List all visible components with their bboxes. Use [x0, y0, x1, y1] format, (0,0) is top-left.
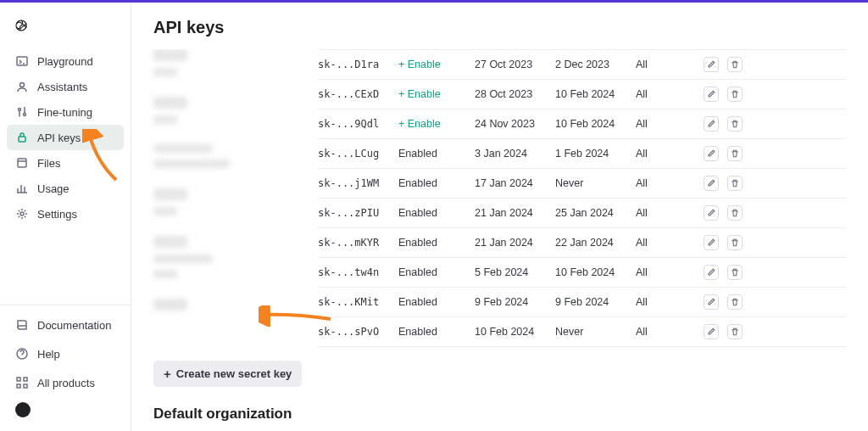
last-used-date: Never: [555, 326, 636, 338]
trash-icon: [730, 208, 740, 218]
sidebar-nav: Playground Assistants Fine-tuning API ke…: [0, 48, 131, 305]
table-row: sk-...zPIUEnabled21 Jan 202425 Jan 2024A…: [318, 199, 846, 228]
edit-button[interactable]: [704, 324, 719, 339]
delete-button[interactable]: [727, 146, 743, 161]
sidebar-item-label: Settings: [37, 208, 77, 221]
edit-button[interactable]: [704, 265, 719, 280]
key-secret: sk-...tw4n: [318, 266, 398, 278]
svg-rect-6: [18, 159, 26, 167]
sidebar-item-all-products[interactable]: All products: [7, 370, 124, 395]
main-content: API keys sk-...D1ra+ Enable27 Oct 20232 …: [131, 0, 868, 431]
trash-icon: [730, 119, 740, 129]
created-date: 21 Jan 2024: [475, 207, 555, 219]
key-secret: sk-...mKYR: [318, 237, 398, 249]
edit-button[interactable]: [704, 57, 719, 72]
delete-button[interactable]: [727, 205, 743, 221]
table-row: sk-...sPvOEnabled10 Feb 2024NeverAll: [318, 317, 846, 347]
files-icon: [15, 156, 29, 170]
grid-icon: [15, 376, 29, 389]
delete-button[interactable]: [727, 324, 743, 339]
last-used-date: 22 Jan 2024: [555, 237, 636, 249]
permissions: All: [636, 296, 704, 308]
pencil-icon: [706, 178, 716, 188]
edit-button[interactable]: [704, 235, 719, 250]
svg-point-4: [24, 114, 26, 116]
table-row: sk-...9Qdl+ Enable24 Nov 202310 Feb 2024…: [318, 109, 846, 139]
sidebar: Playground Assistants Fine-tuning API ke…: [0, 0, 131, 431]
created-date: 17 Jan 2024: [475, 177, 555, 189]
pencil-icon: [706, 297, 716, 307]
sidebar-item-settings[interactable]: Settings: [7, 201, 124, 227]
svg-point-3: [19, 109, 21, 111]
last-used-date: 9 Feb 2024: [555, 296, 636, 308]
tracking-status: Enabled: [398, 266, 475, 278]
pencil-icon: [706, 119, 716, 129]
trash-icon: [730, 178, 740, 188]
created-date: 21 Jan 2024: [475, 237, 555, 249]
delete-button[interactable]: [727, 116, 743, 132]
pencil-icon: [706, 238, 716, 248]
edit-button[interactable]: [704, 146, 719, 161]
tracking-status: Enabled: [398, 148, 475, 160]
last-used-date: 2 Dec 2023: [555, 59, 636, 70]
pencil-icon: [706, 327, 716, 337]
gear-icon: [15, 207, 29, 221]
help-icon: [15, 347, 29, 361]
tracking-status: Enabled: [398, 326, 475, 338]
tracking-status: Enabled: [398, 296, 475, 308]
permissions: All: [636, 207, 704, 219]
sidebar-item-files[interactable]: Files: [7, 150, 124, 176]
key-secret: sk-...CExD: [318, 88, 398, 100]
delete-button[interactable]: [727, 235, 743, 250]
usage-icon: [15, 182, 29, 195]
sidebar-item-playground[interactable]: Playground: [7, 48, 124, 74]
created-date: 9 Feb 2024: [475, 296, 555, 308]
created-date: 10 Feb 2024: [475, 326, 555, 338]
last-used-date: 10 Feb 2024: [555, 118, 636, 130]
sidebar-item-help[interactable]: Help: [7, 341, 124, 367]
permissions: All: [636, 237, 704, 249]
permissions: All: [636, 88, 704, 100]
sidebar-item-api-keys[interactable]: API keys: [7, 125, 124, 150]
pencil-icon: [706, 267, 716, 277]
edit-button[interactable]: [704, 294, 719, 310]
create-secret-key-button[interactable]: + Create new secret key: [153, 361, 302, 387]
sidebar-item-label: Playground: [37, 55, 93, 68]
sidebar-item-usage[interactable]: Usage: [7, 176, 124, 201]
trash-icon: [730, 297, 740, 307]
svg-rect-10: [24, 378, 27, 381]
assistants-icon: [15, 80, 29, 93]
sidebar-item-label: Files: [37, 157, 60, 170]
sidebar-item-fine-tuning[interactable]: Fine-tuning: [7, 99, 124, 125]
delete-button[interactable]: [727, 57, 743, 72]
edit-button[interactable]: [704, 205, 719, 221]
edit-button[interactable]: [704, 87, 719, 102]
svg-rect-12: [24, 384, 27, 388]
last-used-date: 10 Feb 2024: [555, 88, 636, 100]
sidebar-item-label: Usage: [37, 182, 70, 195]
sidebar-user-avatar[interactable]: [7, 395, 124, 424]
sidebar-item-assistants[interactable]: Assistants: [7, 74, 124, 99]
tracking-status[interactable]: + Enable: [398, 88, 475, 100]
tracking-status[interactable]: + Enable: [398, 118, 475, 130]
delete-button[interactable]: [727, 87, 743, 102]
tracking-status: Enabled: [398, 207, 475, 219]
sidebar-item-label: Help: [37, 348, 60, 361]
sidebar-item-label: API keys: [37, 132, 81, 144]
delete-button[interactable]: [727, 176, 743, 191]
avatar-icon: [15, 402, 31, 417]
sidebar-item-label: Fine-tuning: [37, 106, 92, 119]
edit-button[interactable]: [704, 116, 719, 132]
trash-icon: [730, 148, 740, 159]
delete-button[interactable]: [727, 265, 743, 280]
sidebar-item-documentation[interactable]: Documentation: [7, 312, 124, 338]
lock-icon: [15, 131, 29, 144]
edit-button[interactable]: [704, 176, 719, 191]
trash-icon: [730, 238, 740, 248]
openai-logo[interactable]: [0, 3, 131, 48]
fine-tuning-icon: [15, 105, 29, 119]
created-date: 5 Feb 2024: [475, 266, 555, 278]
tracking-status[interactable]: + Enable: [398, 59, 475, 70]
delete-button[interactable]: [727, 294, 743, 310]
tracking-status: Enabled: [398, 237, 475, 249]
